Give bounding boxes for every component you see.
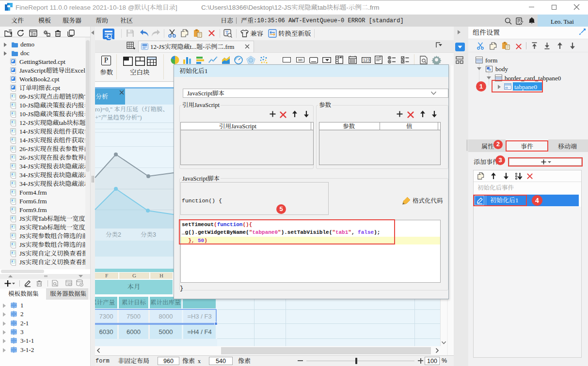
svg-text:123: 123 [363, 58, 370, 62]
